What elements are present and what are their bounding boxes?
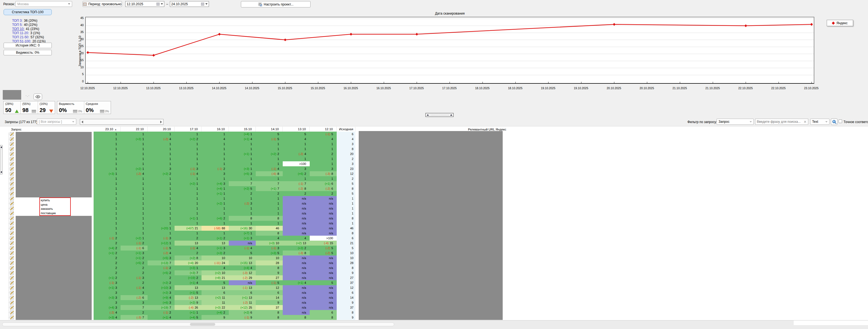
position-cell[interactable]: (+3)1	[94, 171, 121, 176]
position-cell[interactable]: n/a	[283, 261, 310, 265]
position-cell[interactable]: 1	[94, 156, 121, 161]
position-cell[interactable]: 1	[175, 131, 202, 137]
iks-history-button[interactable]: История ИКС: 0	[4, 43, 52, 48]
query-type-icon[interactable]: A	[10, 231, 14, 235]
query-type-icon[interactable]: A	[10, 157, 14, 161]
source-position-cell[interactable]: 1	[337, 206, 355, 211]
position-cell[interactable]: (-58)88	[202, 226, 228, 231]
position-cell[interactable]: 1	[283, 176, 310, 181]
table-row[interactable]: 11(+20)1(+67)21(-58)88(+16)3046n/an/a46	[94, 226, 355, 231]
position-cell[interactable]: 1	[148, 201, 175, 206]
query-type-icon[interactable]: A	[10, 207, 14, 210]
query-type-icon[interactable]: A	[10, 172, 14, 176]
source-position-cell[interactable]: 6	[337, 290, 355, 295]
position-cell[interactable]: 1	[256, 206, 283, 211]
visibility-button[interactable]: Видимость: 0%	[4, 50, 52, 55]
position-cell[interactable]: 1	[121, 206, 148, 211]
position-cell[interactable]: (+12)1	[148, 241, 175, 246]
source-position-cell[interactable]: 5	[337, 246, 355, 250]
position-cell[interactable]: (+2)10	[202, 270, 228, 275]
table-row[interactable]: (+4)37(+19)7(-4)26(+3)22(+12)2537n/an/a3…	[94, 305, 355, 310]
position-cell[interactable]: n/a	[310, 221, 337, 226]
position-cell[interactable]: 10	[202, 256, 228, 261]
query-type-icon[interactable]: A	[10, 281, 14, 285]
position-cell[interactable]: 4	[202, 265, 228, 270]
date-column-header[interactable]: 14.10	[256, 127, 283, 131]
table-row[interactable]: 2(-1)2(+12)11313n/a(+3)10(+2)13(-4)1521	[94, 241, 355, 246]
position-cell[interactable]: (+3)4	[94, 315, 121, 320]
position-cell[interactable]: (+2)6	[229, 310, 256, 315]
position-cell[interactable]: n/a	[310, 285, 337, 290]
position-cell[interactable]: 1	[121, 142, 148, 147]
position-cell[interactable]: (+5)3	[229, 171, 256, 176]
position-cell[interactable]: 2	[94, 261, 121, 265]
position-cell[interactable]: 1	[121, 151, 148, 156]
position-cell[interactable]: 1	[256, 211, 283, 216]
table-row[interactable]: 22(-1)2(+3)14(+4)48n/an/a8	[94, 265, 355, 270]
position-cell[interactable]: 1	[175, 161, 202, 166]
period-button[interactable]: Период: произвольно	[83, 1, 122, 7]
position-cell[interactable]: n/a	[283, 305, 310, 310]
position-cell[interactable]: 1	[94, 147, 121, 151]
position-cell[interactable]: 8	[256, 310, 283, 315]
position-cell[interactable]: 4	[310, 137, 337, 142]
query-text[interactable]: купить	[41, 198, 69, 203]
position-cell[interactable]: n/a	[283, 231, 310, 236]
position-cell[interactable]: 28	[256, 261, 283, 265]
position-cell[interactable]: 2	[148, 275, 175, 280]
query-type-icon[interactable]: A	[10, 306, 14, 309]
position-cell[interactable]: 2	[121, 270, 148, 275]
collapse-icon[interactable]	[1, 146, 2, 148]
summary-card[interactable]: (55%) 98	[21, 101, 38, 114]
source-position-cell[interactable]: 1	[337, 211, 355, 216]
position-cell[interactable]: 3	[283, 166, 310, 171]
top-stat-line[interactable]: ТОП 21-50:57 (32%)	[12, 35, 73, 39]
position-cell[interactable]: 1	[121, 161, 148, 166]
position-cell[interactable]: (+6)2	[202, 216, 228, 221]
table-row[interactable]: 1111(+4)1(+2)5(+1)7(-2)8(-2)68	[94, 186, 355, 191]
position-cell[interactable]: 13	[202, 241, 228, 246]
source-position-cell[interactable]: 12	[337, 171, 355, 176]
position-cell[interactable]: (+2)1	[121, 236, 148, 241]
table-row[interactable]: (+3)3(-2)6(+9)4(-2)13(+2)11(+1)1314n/an/…	[94, 295, 355, 300]
position-cell[interactable]: (-2)5	[310, 246, 337, 250]
position-cell[interactable]: (+1)1	[229, 151, 256, 156]
position-cell[interactable]: (+5)2	[148, 270, 175, 275]
position-cell[interactable]: (+15)13	[229, 261, 256, 265]
position-cell[interactable]: 1	[202, 206, 228, 211]
position-cell[interactable]: 1	[148, 216, 175, 221]
summary-card[interactable]: (16%) 29	[38, 101, 55, 114]
splitter-control[interactable]	[0, 145, 2, 174]
table-row[interactable]: (+1)2(+1)3(-2)42(+3)25(+3)5(-3)8(-2)510	[94, 250, 355, 256]
position-cell[interactable]: 1	[148, 181, 175, 186]
position-cell[interactable]: n/a	[310, 290, 337, 295]
position-cell[interactable]: 1	[175, 206, 202, 211]
source-position-cell[interactable]: 8	[337, 231, 355, 236]
position-cell[interactable]: 5	[256, 131, 283, 137]
position-cell[interactable]: 46	[256, 226, 283, 231]
position-cell[interactable]: 1	[121, 226, 148, 231]
table-row[interactable]: (+3)1(-2)4(+2)2(-1)43(+5)3(-6)8(+6)2(-3)…	[94, 171, 355, 176]
position-cell[interactable]: (+2)3	[148, 290, 175, 295]
position-cell[interactable]: (+19)7	[148, 305, 175, 310]
position-cell[interactable]: (+3)1	[229, 166, 256, 171]
source-position-cell[interactable]: 1	[337, 201, 355, 206]
position-cell[interactable]: 1	[175, 191, 202, 196]
search-type-select[interactable]: Text	[810, 119, 830, 125]
table-row[interactable]: (+1)3(-1)4(+10)31313(-1)1312n/an/a12	[94, 285, 355, 290]
query-type-icon[interactable]: A	[10, 261, 14, 265]
position-cell[interactable]: 1	[148, 206, 175, 211]
position-cell[interactable]: (-2)6	[310, 186, 337, 191]
position-cell[interactable]: (+3)7	[175, 270, 202, 275]
source-position-cell[interactable]: 46	[337, 226, 355, 231]
position-cell[interactable]: 1	[121, 181, 148, 186]
query-type-icon[interactable]: A	[10, 197, 14, 201]
position-cell[interactable]: 1	[202, 151, 228, 156]
position-cell[interactable]: (-4)15	[310, 241, 337, 246]
position-cell[interactable]: 1	[121, 156, 148, 161]
position-cell[interactable]: 1	[94, 196, 121, 201]
search-box[interactable]: ✕	[755, 119, 808, 125]
source-position-cell[interactable]: 14	[337, 295, 355, 300]
position-cell[interactable]: 1	[148, 191, 175, 196]
table-row[interactable]: 1111111n/an/a1	[94, 221, 355, 226]
